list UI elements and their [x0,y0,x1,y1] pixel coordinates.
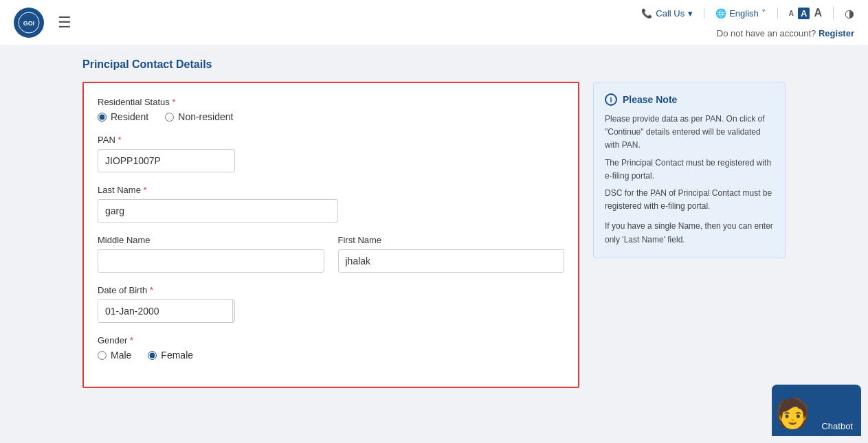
gender-label: Gender * [98,335,564,345]
font-medium-button[interactable]: A [798,8,810,19]
residential-status-label: Residential Status * [98,97,564,107]
logo: GOI [14,8,44,38]
residential-status-group: Residential Status * Resident Non-reside… [98,97,564,122]
male-label: Male [111,350,131,361]
resident-option[interactable]: Resident [98,111,148,122]
note-header: i Please Note [605,93,774,106]
chatbot-wrapper: 🧑 Chatbot [772,385,861,436]
font-large-button[interactable]: A [814,7,822,19]
note-line-1: Please provide data as per PAN. On click… [605,113,774,152]
residential-status-radio-group: Resident Non-resident [98,111,564,122]
phone-icon: 📞 [641,8,652,19]
page-title: Principal Contact Details [82,58,786,71]
header-controls: 📞 Call Us ▾ 🌐 English ˅ A A A ◑ [641,7,854,20]
pan-required: * [115,135,122,145]
no-account-text: Do not have an account? [717,28,816,38]
note-panel: i Please Note Please provide data as per… [593,82,786,258]
hamburger-icon[interactable]: ☰ [55,11,74,34]
gender-group: Gender * Male Female [98,335,564,361]
pan-input[interactable] [98,149,235,172]
last-name-label: Last Name * [98,185,564,195]
font-small-button[interactable]: A [789,10,794,17]
dob-input-wrapper: 📅 [98,299,235,323]
first-name-group: First Name [338,235,565,273]
language-selector[interactable]: 🌐 English ˅ [715,8,778,19]
non-resident-radio[interactable] [165,113,174,122]
required-star: * [170,97,176,107]
note-line-2: The Principal Contact must be registered… [605,157,774,183]
note-line-3: DSC for the PAN of Principal Contact mus… [605,187,774,213]
main-content: Principal Contact Details Residential St… [0,45,868,443]
chatbot-avatar: 🧑 [772,385,813,436]
first-name-input[interactable] [338,249,565,273]
call-us-chevron: ▾ [688,8,693,19]
non-resident-option[interactable]: Non-resident [165,111,233,122]
form-panel: Residential Status * Resident Non-reside… [82,82,579,388]
female-label: Female [161,350,193,361]
pan-label: PAN * [98,135,564,145]
call-us-button[interactable]: 📞 Call Us ▾ [641,8,704,19]
call-us-label: Call Us [656,8,685,19]
font-controls: A A A [789,7,834,19]
non-resident-label: Non-resident [178,111,233,122]
svg-text:GOI: GOI [23,20,35,27]
female-radio[interactable] [148,351,157,360]
resident-label: Resident [111,111,148,122]
male-option[interactable]: Male [98,350,131,361]
language-label: English [729,8,759,19]
middle-name-input[interactable] [98,249,324,273]
two-col-layout: Residential Status * Resident Non-reside… [82,82,786,388]
info-icon: i [605,93,617,106]
register-link[interactable]: Register [819,28,854,38]
middle-name-group: Middle Name [98,235,324,273]
globe-icon: 🌐 [715,8,726,19]
last-name-group: Last Name * [98,185,564,223]
last-name-required: * [141,185,147,195]
note-line-4: If you have a single Name, then you can … [605,220,774,246]
note-body: Please provide data as per PAN. On click… [605,113,774,247]
header-left: GOI ☰ [14,8,74,38]
gender-radio-group: Male Female [98,350,564,361]
resident-radio[interactable] [98,113,107,122]
dob-required: * [147,285,153,295]
header-right: 📞 Call Us ▾ 🌐 English ˅ A A A ◑ Do not h… [641,7,854,38]
middle-name-label: Middle Name [98,235,324,245]
gender-required: * [127,335,133,345]
chatbot-figure: 🧑 [775,399,810,428]
header: GOI ☰ 📞 Call Us ▾ 🌐 English ˅ A A A ◑ [0,0,868,45]
female-option[interactable]: Female [148,350,193,361]
note-title: Please Note [623,94,677,105]
contrast-button[interactable]: ◑ [845,7,854,20]
calendar-icon[interactable]: 📅 [232,300,235,322]
register-row: Do not have an account? Register [717,28,854,38]
male-radio[interactable] [98,351,107,360]
name-row: Middle Name First Name [98,235,564,285]
dob-group: Date of Birth * 📅 [98,285,564,323]
dob-input[interactable] [98,300,232,322]
chatbot-label[interactable]: Chatbot [813,416,861,436]
pan-group: PAN * [98,135,564,172]
first-name-label: First Name [338,235,565,245]
dob-label: Date of Birth * [98,285,564,295]
last-name-input[interactable] [98,199,338,223]
language-chevron: ˅ [761,8,766,19]
chatbot-widget[interactable]: 🧑 Chatbot [772,385,861,436]
